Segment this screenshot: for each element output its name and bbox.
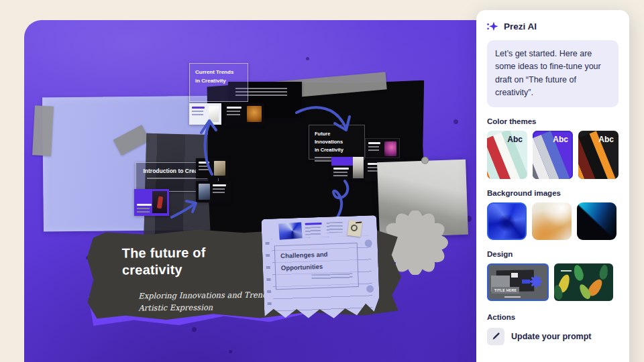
text-lines [227, 111, 240, 117]
thumbnail-image [278, 222, 303, 239]
text-lines [305, 222, 324, 236]
text-lines [305, 226, 321, 235]
thumb-chip [511, 273, 518, 278]
text-lines [327, 221, 345, 235]
color-themes-label: Color themes [487, 117, 619, 125]
update-prompt-action[interactable]: Update your prompt [487, 328, 619, 345]
text-lines [333, 168, 351, 176]
actions-label: Actions [487, 313, 619, 321]
mini-slide-card[interactable] [224, 103, 264, 125]
topic-title-line: in Creativity [195, 77, 242, 86]
arrow-up-doodle [196, 118, 219, 177]
theme-sample-text: Abc [507, 135, 523, 144]
title-line: creativity [122, 261, 206, 278]
thumbnail-image [152, 191, 167, 213]
design-option-1-selected[interactable]: TITLE HERE [487, 263, 549, 301]
title-line: The future of [122, 245, 206, 262]
scribble-mark [356, 221, 362, 223]
leaf-shape [598, 264, 609, 280]
background-images-label: Background images [487, 189, 619, 197]
topic-card-current-trends[interactable]: Current Trends in Creativity [189, 63, 248, 102]
design-row: TITLE HERE [487, 263, 619, 301]
background-image-option-1-selected[interactable] [487, 202, 527, 240]
text-lines [333, 172, 347, 176]
design-label: Design [487, 250, 619, 258]
theme-sample-text: Abc [598, 135, 614, 144]
text-line [192, 107, 205, 109]
sparkle-icon [487, 21, 498, 32]
assistant-message: Let’s get started. Here are some ideas t… [487, 40, 619, 107]
color-theme-option-2-selected[interactable]: Abc [533, 131, 573, 179]
text-lines [137, 204, 152, 213]
arrow-up-right-doodle [169, 200, 199, 220]
mini-slide-card[interactable] [331, 157, 364, 178]
stamp-ring [350, 224, 358, 231]
background-images-row [487, 202, 619, 240]
background-image-option-2[interactable] [532, 202, 572, 240]
update-prompt-label: Update your prompt [511, 332, 591, 341]
ink-speck [306, 57, 309, 60]
text-lines [213, 184, 228, 200]
tape-strip [32, 105, 54, 156]
text-lines [137, 208, 150, 213]
design-thumb-subtitle-bar [504, 296, 521, 298]
text-line [137, 204, 152, 206]
panel-header: Prezi AI [487, 21, 619, 32]
starburst-shape [530, 276, 542, 288]
text-line [213, 184, 226, 186]
text-lines [368, 141, 382, 155]
color-themes-row: Abc Abc Abc [487, 131, 619, 179]
text-lines [227, 106, 244, 122]
text-line [227, 107, 241, 109]
ink-speck [229, 350, 232, 353]
mini-slide-card[interactable] [134, 189, 169, 216]
topic-card-challenges[interactable]: Challenges and Opportunities [274, 243, 359, 290]
text-lines [311, 273, 353, 280]
text-line [305, 223, 322, 225]
topic-title-line: in Creativity [315, 146, 359, 154]
thumb-text-bar [561, 270, 572, 272]
hole-dot [364, 239, 372, 247]
text-lines [192, 111, 203, 117]
color-theme-option-3[interactable]: Abc [578, 131, 619, 179]
notepad-card-challenges[interactable]: Challenges and Opportunities [261, 215, 380, 324]
text-lines [368, 146, 379, 153]
ink-speck [453, 119, 458, 124]
background-image-option-3[interactable] [577, 202, 616, 240]
stamp-sticker [347, 220, 362, 237]
text-line [368, 142, 380, 144]
color-theme-option-1[interactable]: Abc [487, 131, 527, 179]
text-lines [213, 188, 225, 194]
design-thumb-title: TITLE HERE [492, 287, 519, 294]
text-lines [327, 222, 343, 233]
topic-title-line: Current Trends [195, 68, 242, 77]
text-line [333, 168, 349, 170]
ink-speck [192, 327, 197, 332]
theme-sample-text: Abc [553, 135, 568, 144]
pencil-icon [487, 328, 504, 345]
margin-icons [266, 242, 272, 316]
thumbnail-image [199, 184, 210, 200]
thumbnail-image [384, 141, 396, 156]
hole-dot [366, 285, 374, 292]
thumbnail-image [247, 106, 262, 122]
figure-in-red [157, 196, 163, 209]
design-option-2[interactable] [554, 263, 613, 301]
purple-banner [331, 157, 353, 166]
panel-title: Prezi AI [504, 21, 537, 32]
mini-slide-card[interactable] [196, 181, 231, 202]
thumb-chip [522, 280, 530, 284]
presentation-title: The future of creativity [122, 245, 206, 279]
prezi-ai-panel: Prezi AI Let’s get started. Here are som… [476, 10, 629, 362]
topic-title-line: Opportunities [281, 259, 353, 274]
leaf-shape [572, 263, 585, 282]
arrow-curve-doodle [292, 102, 354, 145]
pin-dot [421, 157, 429, 164]
notepad-collage [279, 221, 362, 239]
mini-slide-card[interactable] [365, 138, 400, 158]
thumbnail-image [353, 157, 364, 178]
